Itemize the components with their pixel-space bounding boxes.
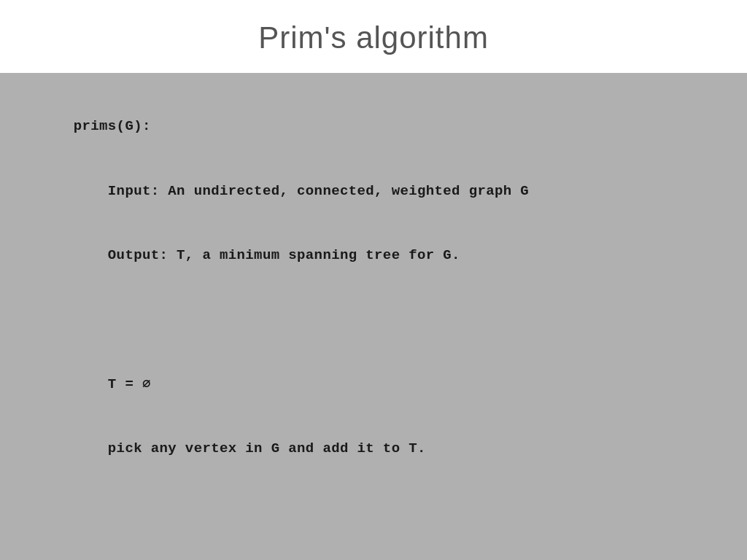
- code-line-6: pick any vertex in G and add it to T.: [74, 440, 426, 456]
- code-line-2: Input: An undirected, connected, weighte…: [74, 183, 529, 199]
- code-line-3: Output: T, a minimum spanning tree for G…: [74, 247, 460, 263]
- code-line-5: T = ∅: [74, 376, 151, 392]
- code-line-1: prims(G):: [74, 118, 151, 134]
- page-container: Prim's algorithm prims(G): Input: An und…: [0, 0, 747, 560]
- page-title: Prim's algorithm: [0, 20, 747, 55]
- code-block-wrapper: prims(G): Input: An undirected, connecte…: [0, 73, 747, 560]
- title-area: Prim's algorithm: [0, 0, 747, 73]
- code-block: prims(G): Input: An undirected, connecte…: [22, 95, 529, 560]
